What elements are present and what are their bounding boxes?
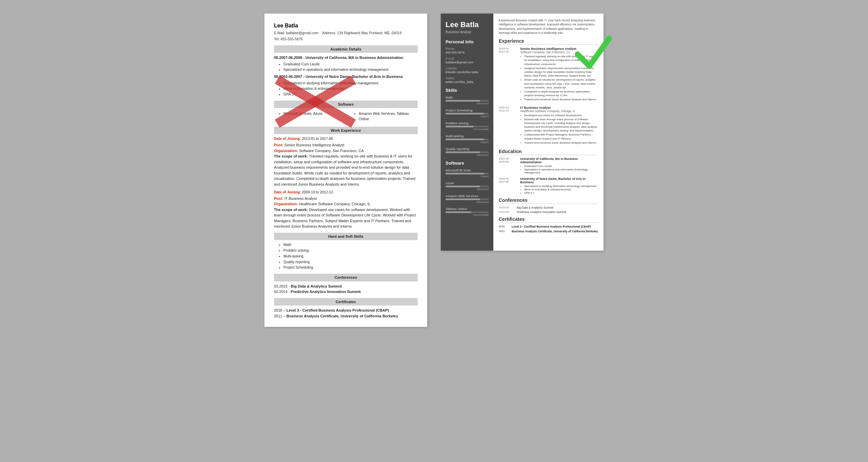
acad-bullet: GPA 3.7 [283, 92, 418, 97]
acad-bullet: Graduated Cum Laude [283, 62, 418, 67]
conf-2: 2014-02 Predictive Analytics Innovation … [499, 210, 598, 214]
skill-multitasking: Multi-tasking Expert [446, 134, 489, 144]
right-name: Lee Batla [446, 20, 489, 29]
skill-item: Math [283, 242, 418, 248]
left-contact-tel: Tel: 455-555-5676 [274, 37, 418, 42]
work-item-1: Date of Joining: 2013-01 to 2017-06 Post… [274, 136, 418, 187]
cert-item: 2011 – Business Analysis Certificate, Un… [274, 313, 418, 319]
software-list: Microsoft BI Suite, Azure Amazon Web Ser… [274, 110, 418, 123]
linkedin-value: linkedin.com/in/lee.balta [446, 70, 489, 74]
conf-1: 2015-03 Big Data & Analytics Summit [499, 206, 598, 209]
skills-header: Hard and Soft Skills [274, 233, 418, 240]
academic-item-2: 09.2002-06.2007 - University of Notre Da… [274, 74, 418, 97]
resume-right: Lee Batla Business Analyst Personal Info… [441, 14, 604, 251]
phone-value: 455-555-5676 [446, 51, 489, 54]
phone-label: Phone [446, 47, 489, 50]
conferences-section-title: Conferences [499, 197, 598, 204]
software-title: Software [446, 161, 489, 166]
cert-item: 2016 – Level 3 - Certified Business Anal… [274, 308, 418, 313]
skill-item: Project Scheduling [283, 265, 418, 270]
certificates-section-title: Certificates [499, 216, 598, 223]
software-item: Amazon Web Services, Tableau Online [359, 111, 418, 122]
skill-project-scheduling: Project Scheduling Expert [446, 108, 489, 118]
cert-2: 2011 Business Analysis Certificate, Univ… [499, 230, 598, 233]
education-section-title: Education [499, 149, 598, 155]
left-name: Lee Batla [274, 22, 418, 30]
skill-quality-reporting: Quality reporting Advanced [446, 147, 489, 156]
tel-label: Tel: [274, 37, 279, 41]
sw-tableau: Tableau Online Intermediate [446, 207, 489, 216]
conferences-header: Conferences [274, 274, 418, 281]
personal-info-title: Personal Info [446, 39, 489, 44]
academic-item-1: 09.2007-06.2009 - University of Californ… [274, 55, 418, 72]
tel-value: 455-555-5676 [280, 37, 302, 41]
sw-microsoft-bi: Microsoft BI Suite Expert [446, 168, 489, 178]
email-value: batlalee@gmail.com [286, 31, 318, 35]
academic-header: Academic Details [274, 45, 418, 53]
acad-bullet: Specialized in operations and informatio… [283, 67, 418, 72]
right-job-title: Business Analyst [446, 30, 489, 34]
twitter-value: twitter.com/lee_balta [446, 80, 489, 84]
sw-azure: Azure Advanced [446, 181, 489, 191]
cert-1: 2016 Level 3 - Certified Business Analys… [499, 225, 598, 228]
email-label: E-mail [446, 57, 489, 60]
email-label: E-Mail: [274, 31, 285, 35]
conf-item: 02.2014 - Predictive Analytics Innovatio… [274, 289, 418, 295]
linkedin-label: LinkedIn [446, 67, 489, 70]
address-label: Address: [322, 31, 336, 35]
twitter-label: Twitter [446, 77, 489, 80]
skills-list: Math Problem solving Multi-tasking Quali… [274, 242, 418, 270]
software-item: Microsoft BI Suite, Azure [283, 111, 342, 117]
skill-problem-solving: Problem solving Intermediate [446, 121, 489, 131]
edu-item-2: 2002-09 -2007-06 University of Notre Dam… [499, 177, 598, 195]
certificates-header: Certificates [274, 298, 418, 306]
email-value: batlalee@gmail.com [446, 61, 489, 64]
left-contact-email: E-Mail: batlalee@gmail.com Address: 134 … [274, 30, 418, 36]
sw-aws: Amazon Web Services Advanced [446, 194, 489, 204]
address-value: 134 Rightward Way Portland, ME, 04019 [337, 31, 401, 35]
acad-bullet: Specialized in studying information tech… [283, 81, 418, 86]
edu-item-1: 2007-09 -2009-06 University of Californi… [499, 157, 598, 174]
skills-title: Skills [446, 88, 489, 93]
work-item-2: Date of Joining: 2009-10 to 2012-12 Post… [274, 190, 418, 229]
skill-math: Math Advanced [446, 96, 489, 105]
resume-left: Lee Batla E-Mail: batlalee@gmail.com Add… [264, 14, 427, 327]
exp-item-2: 2009-10 -2012-12 IT Business Analyst Hea… [499, 106, 598, 146]
acad-bullet: Minor in innovation & entrepreneurship [283, 86, 418, 91]
skill-item: Quality reporting [283, 259, 418, 265]
conf-item: 03.2015 - Big Data & Analytics Summit [274, 284, 418, 289]
resume-sidebar: Lee Batla Business Analyst Personal Info… [441, 14, 493, 251]
skill-item: Problem solving [283, 248, 418, 253]
software-header: Software [274, 101, 418, 108]
skill-item: Multi-tasking [283, 254, 418, 259]
work-header: Work Experience [274, 127, 418, 134]
green-check-icon [573, 30, 614, 78]
